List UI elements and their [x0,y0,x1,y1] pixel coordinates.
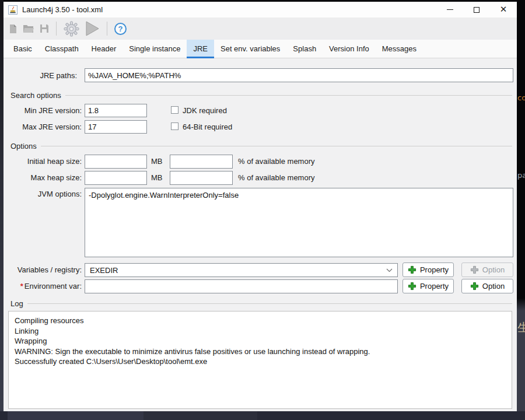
window-title: Launch4j 3.50 - tool.xml [22,5,103,14]
tab-version-info[interactable]: Version Info [323,40,376,58]
save-icon [40,24,49,33]
initial-heap-size-label: Initial heap size: [7,155,82,168]
variables-registry-value: EXEDIR [90,266,118,275]
log-line: Successfully created C:\Users\User\Deskt… [15,356,506,367]
log-group-title: Log [10,299,23,308]
desktop-text-fragment: co [517,93,525,102]
initial-heap-percent-label: % of available memory [238,155,315,168]
initial-heap-mb-input[interactable] [85,155,147,169]
maximize-icon [474,7,480,13]
add-plus-icon [408,265,416,274]
max-heap-percent-input[interactable] [170,171,233,185]
tab-header[interactable]: Header [85,40,123,58]
log-line: Compiling resources [15,316,506,326]
log-line: Linking [15,326,506,337]
options-group-title: Options [10,142,37,150]
required-asterisk: * [20,282,23,290]
group-separator-line [27,303,512,304]
jvm-options-label: JVM options: [7,188,82,200]
max-heap-mb-input[interactable] [85,171,147,185]
env-add-property-button[interactable]: Property [402,279,454,293]
close-button[interactable]: ✕ [490,2,517,18]
tab-set-env-variables[interactable]: Set env. variables [214,40,286,58]
add-plus-icon [408,282,416,290]
toolbar-save-button[interactable] [40,24,49,33]
group-separator-line [41,146,512,146]
log-line: WARNING: Sign the executable to minimize… [15,346,506,357]
variables-registry-select[interactable]: EXEDIR [85,263,398,277]
toolbar-separator [56,22,57,36]
toolbar-run-button[interactable] [85,20,100,37]
jre-paths-label: JRE paths: [7,69,77,82]
taskbar-strip [0,411,525,420]
search-options-group-header: Search options [10,91,512,100]
help-icon: ? [114,23,127,35]
environment-var-label: *Environment var: [4,279,82,293]
options-group-header: Options [10,142,512,150]
jre-paths-input[interactable] [85,68,513,82]
app-java-icon [8,5,18,15]
log-output[interactable]: Compiling resources Linking Wrapping WAR… [8,311,512,409]
env-add-option-button[interactable]: Option [461,279,513,293]
initial-heap-percent-input[interactable] [170,155,233,169]
max-jre-version-label: Max JRE version: [7,120,82,134]
maximize-button[interactable] [463,2,490,18]
variables-add-option-button-disabled: Option [461,262,513,277]
toolbar-separator [107,22,107,36]
open-file-icon [23,24,34,33]
search-options-group-title: Search options [10,91,61,100]
tab-basic[interactable]: Basic [7,40,38,58]
initial-heap-mb-unit: MB [151,155,163,168]
title-bar: Launch4j 3.50 - tool.xml ✕ [4,2,517,18]
tab-bar: Basic Classpath Header Single instance J… [4,40,517,58]
test-wrapper-play-icon [85,20,100,37]
tab-messages[interactable]: Messages [376,40,423,58]
min-jre-version-input[interactable] [85,104,147,117]
add-plus-icon-disabled [470,265,479,274]
toolbar-open-button[interactable] [23,24,34,33]
jvm-options-textarea[interactable]: -Dpolyglot.engine.WarnInterpreterOnly=fa… [85,188,513,257]
toolbar-help-button[interactable]: ? [114,23,127,35]
new-config-icon [9,24,18,34]
64bit-required-label: 64-Bit required [183,120,232,134]
log-line: Wrapping [15,336,506,346]
max-heap-percent-label: % of available memory [238,171,315,184]
max-heap-mb-unit: MB [151,171,163,184]
desktop-text-fragment: 生 [517,320,525,335]
max-jre-version-input[interactable] [85,120,147,134]
tab-jre[interactable]: JRE [187,40,214,58]
jdk-required-label: JDK required [183,104,227,117]
toolbar-build-button[interactable] [64,21,79,37]
desktop-text-fragment: pa [517,171,525,180]
launch4j-window: Launch4j 3.50 - tool.xml ✕ [4,2,517,411]
variables-add-property-button[interactable]: Property [402,262,454,277]
64bit-required-checkbox[interactable] [171,123,178,130]
toolbar-new-button[interactable] [9,24,18,34]
desktop-background-right: co pa 生 [517,0,525,420]
tab-splash[interactable]: Splash [286,40,323,58]
taskbar-segment [144,411,257,420]
close-icon: ✕ [500,5,508,14]
jdk-required-checkbox[interactable] [171,106,178,114]
group-separator-line [65,95,512,96]
taskbar-segment [8,411,144,420]
chevron-down-icon [386,268,393,272]
build-wrapper-gear-icon [64,21,79,37]
variables-registry-label: Variables / registry: [4,263,82,276]
max-heap-size-label: Max heap size: [7,171,82,184]
window-controls: ✕ [436,2,517,18]
minimize-icon [447,9,453,10]
tab-classpath[interactable]: Classpath [38,40,85,58]
environment-var-input[interactable] [85,279,398,293]
screen: co pa 生 Launch4j 3.50 - tool.xml ✕ [0,0,525,420]
add-plus-icon [470,282,479,290]
toolbar: ? [4,18,517,40]
tab-single-instance[interactable]: Single instance [123,40,187,58]
min-jre-version-label: Min JRE version: [7,104,82,117]
log-group-header: Log [10,299,512,308]
minimize-button[interactable] [436,2,463,18]
